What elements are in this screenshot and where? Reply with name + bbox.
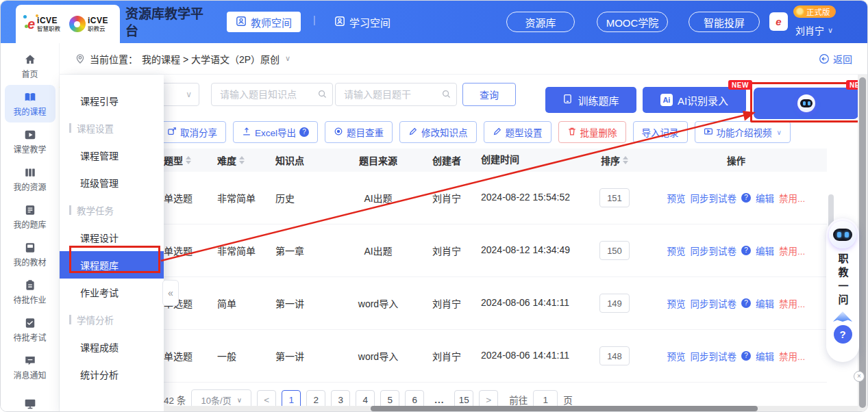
close-icon[interactable]: × (854, 371, 865, 382)
disable-link[interactable]: 禁用... (779, 191, 805, 205)
toolbar-cancel-share-button[interactable]: 取消分享 (158, 121, 226, 143)
order-input[interactable] (599, 241, 630, 260)
platform-title: 资源库教学平台 (125, 5, 208, 40)
preview-link[interactable]: 预览 (667, 296, 686, 310)
sidebar-item-screen[interactable] (5, 386, 55, 411)
teacher-icon (236, 16, 247, 29)
sort-icons[interactable] (239, 156, 245, 164)
menu-item-course-grades[interactable]: 课程成绩 (60, 333, 164, 361)
sidebar-item-my-question-bank[interactable]: 我的题库 (5, 198, 55, 235)
menu-item-statistics[interactable]: 统计分析 (60, 361, 164, 388)
menu-item-homework-exam[interactable]: 作业考试 (60, 279, 164, 306)
row-actions-cell: 预览 同步到试卷 ? 编辑 禁用... (645, 296, 827, 310)
icve-mini-logo[interactable]: e (769, 12, 788, 31)
breadcrumb-bar: 当前位置： 我的课程 > 大学语文（2P）原创 ∨ 返回 (60, 43, 867, 75)
toolbar-batch-delete-button[interactable]: 批量删除 (558, 121, 626, 143)
knowledge-search-input[interactable] (211, 83, 333, 106)
order-input[interactable] (599, 188, 630, 207)
sync-to-paper-link[interactable]: 同步到试卷 (691, 244, 737, 257)
chevron-down-icon: ∨ (186, 90, 192, 99)
logo1-title: iCVE (37, 16, 60, 25)
assistant-widget[interactable]: 职教一问 ? (826, 218, 859, 362)
toolbar-modify-knowledge-button[interactable]: 修改知识点 (399, 121, 477, 143)
sidebar-item-pending-homework[interactable]: 待批作业 (5, 273, 55, 311)
help-badge-icon[interactable]: ? (741, 298, 751, 308)
knowledge-point-cell: 历史 (269, 191, 337, 205)
sync-to-paper-link[interactable]: 同步到试卷 (691, 349, 737, 363)
sort-icons[interactable] (186, 156, 191, 164)
sidebar-item-notifications[interactable]: 消息通知 (5, 348, 55, 386)
menu-item-course-guide[interactable]: 课程引导 (60, 87, 164, 114)
back-button[interactable]: 返回 (819, 52, 852, 66)
sort-icons[interactable] (623, 156, 628, 164)
sidebar-item-home[interactable]: 首页 (5, 47, 55, 85)
stem-search-wrap (335, 83, 457, 106)
chevron-down-icon: ∨ (237, 396, 242, 404)
help-badge-icon[interactable]: ? (741, 193, 751, 203)
table-row: 单选题 一般 第一讲 word导入 刘肖宁 2024-08-06 14:41:1… (142, 330, 827, 383)
preview-link[interactable]: 预览 (667, 191, 686, 205)
column-header: 题目来源 (337, 153, 419, 167)
teacher-space-button[interactable]: 教师空间 (227, 12, 301, 32)
toolbar-duplicate-check-button[interactable]: 题目查重 (325, 121, 393, 143)
edit-link[interactable]: 编辑 (756, 244, 774, 257)
breadcrumb-path[interactable]: 我的课程 > 大学语文（2P）原创 (142, 52, 280, 66)
horizontal-scrollbar-thumb[interactable] (371, 406, 758, 411)
disable-link[interactable]: 禁用... (779, 349, 805, 363)
sidebar: 首页 我的课程 课堂教学 我的资源 我的题库 我的教材 待批作业 待批考试 消息… (1, 43, 60, 411)
student-icon (334, 16, 345, 29)
difficulty-cell: 简单 (210, 296, 269, 310)
quick-link-0[interactable]: 资源库 (506, 12, 575, 32)
creator-cell: 刘肖宁 (419, 244, 474, 257)
preview-link[interactable]: 预览 (667, 244, 686, 257)
stem-search-input[interactable] (335, 83, 457, 106)
sidebar-item-my-courses[interactable]: 我的课程 (5, 85, 55, 123)
sidebar-item-pending-exams[interactable]: 待批考试 (5, 311, 55, 348)
edit-link[interactable]: 编辑 (756, 296, 774, 310)
help-badge-icon[interactable]: ? (299, 127, 309, 137)
menu-item-class-management[interactable]: 班级管理 (60, 169, 164, 196)
toolbar-question-type-settings-button[interactable]: 题型设置 (484, 121, 551, 143)
difficulty-cell: 非常简单 (210, 244, 269, 257)
home-icon (24, 53, 36, 66)
quick-link-1[interactable]: MOOC学院 (597, 12, 668, 32)
section-bar-icon (69, 315, 71, 324)
help-badge-icon[interactable]: ? (741, 246, 751, 255)
sidebar-item-my-textbooks[interactable]: 我的教材 (5, 235, 55, 273)
chevron-down-icon[interactable]: ∨ (285, 54, 290, 63)
user-menu[interactable]: 刘肖宁 ∨ (795, 23, 833, 37)
window-scrollbar-thumb[interactable] (859, 77, 866, 408)
source-cell: word导入 (337, 349, 419, 363)
order-input[interactable] (599, 346, 630, 365)
menu-item-course-management[interactable]: 课程管理 (60, 142, 164, 169)
difficulty-cell: 一般 (210, 349, 269, 363)
toolbar-intro-video-button[interactable]: 功能介绍视频 ∨ (695, 121, 791, 143)
edit-link[interactable]: 编辑 (756, 349, 774, 363)
knowledge-point-cell: 第一讲 (269, 296, 337, 310)
excel-export-icon (242, 127, 251, 138)
order-input[interactable] (599, 294, 630, 313)
edit-link[interactable]: 编辑 (756, 191, 774, 205)
ai-generate-button[interactable] (754, 88, 858, 119)
toolbar-excel-export-button[interactable]: Excel导出 ? (233, 121, 318, 143)
sync-to-paper-link[interactable]: 同步到试卷 (691, 191, 737, 205)
creator-cell: 刘肖宁 (419, 349, 474, 363)
sidebar-item-my-resources[interactable]: 我的资源 (5, 160, 55, 198)
quick-link-2[interactable]: 智能投屏 (689, 12, 760, 32)
help-badge-icon[interactable]: ? (741, 351, 751, 361)
toolbar-import-records-button[interactable]: 导入记录 (633, 121, 688, 143)
menu-item-course-question-bank[interactable]: 课程题库 (60, 251, 164, 279)
sync-to-paper-link[interactable]: 同步到试卷 (691, 296, 737, 310)
training-bank-button[interactable]: 训练题库 (545, 87, 636, 113)
help-button[interactable]: ? (834, 325, 852, 344)
menu-item-course-design[interactable]: 课程设计 (60, 224, 164, 251)
disable-link[interactable]: 禁用... (779, 244, 805, 257)
sidebar-item-classroom-teaching[interactable]: 课堂教学 (5, 123, 55, 160)
ai-recognize-button[interactable]: Ai AI识别录入 (643, 87, 746, 113)
menu-collapse-button[interactable]: « (162, 280, 179, 306)
student-space-button[interactable]: 学习空间 (325, 12, 399, 32)
disable-link[interactable]: 禁用... (779, 296, 805, 310)
search-button[interactable]: 查询 (462, 83, 516, 106)
duplicate-check-icon (334, 127, 343, 138)
preview-link[interactable]: 预览 (667, 349, 686, 363)
